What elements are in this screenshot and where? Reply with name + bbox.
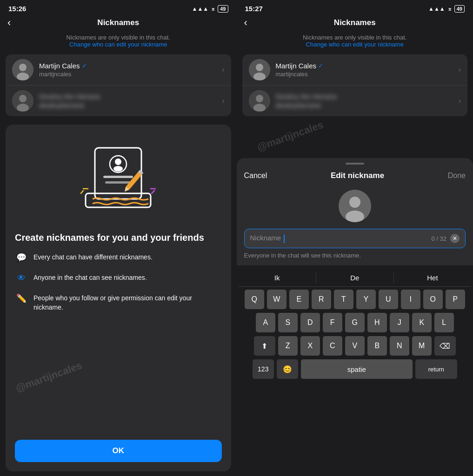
suggestion-de[interactable]: De <box>316 274 393 282</box>
key-k[interactable]: K <box>412 313 432 332</box>
key-space[interactable]: spatie <box>301 359 413 379</box>
key-return[interactable]: return <box>415 359 457 379</box>
clear-input-button[interactable]: ✕ <box>450 234 460 243</box>
key-u[interactable]: U <box>379 290 398 309</box>
key-e[interactable]: E <box>289 290 309 309</box>
left-subtitle-link[interactable]: Change who can edit your nickname <box>9 41 227 48</box>
chevron-icon-1: › <box>222 66 224 74</box>
right-contact-username-blurred: destinyheroine <box>276 101 459 109</box>
right-subtitle-link[interactable]: Change who can edit your nickname <box>246 41 464 48</box>
right-contact-row-2[interactable]: Destiny the Heroine destinyheroine › <box>242 86 468 116</box>
keyboard-row-1: Q W E R T Y U I O P <box>239 290 472 309</box>
left-page-title: Nicknames <box>97 18 139 27</box>
keyboard-suggestions: Ik De Het <box>239 269 472 287</box>
key-j[interactable]: J <box>390 313 409 332</box>
nickname-illustration <box>72 139 165 222</box>
right-panel: 15:27 ▲▲▲ ⌅ 49 ‹ Nicknames Nicknames are… <box>237 0 473 476</box>
key-p[interactable]: P <box>446 290 465 309</box>
key-delete[interactable]: ⌫ <box>434 336 456 356</box>
right-subtitle-main: Nicknames are only visible in this chat. <box>246 34 464 41</box>
svg-point-28 <box>346 211 364 222</box>
key-d[interactable]: D <box>300 313 320 332</box>
chevron-icon-2: › <box>222 97 224 105</box>
right-contact-row-1[interactable]: Martijn Cales ✓ martijncales › <box>242 54 468 86</box>
key-i[interactable]: I <box>401 290 420 309</box>
right-page-title: Nicknames <box>334 18 376 27</box>
left-back-button[interactable]: ‹ <box>7 17 11 29</box>
right-subtitle-area: Nicknames are only visible in this chat.… <box>237 32 473 54</box>
eye-icon: 👁 <box>15 271 28 284</box>
right-contact-name-blurred: Destiny the Heroine <box>276 93 459 100</box>
right-battery-indicator: 49 <box>454 5 465 13</box>
left-contact-list: Martijn Cales ✓ martijncales › Destiny t… <box>6 54 231 116</box>
key-v[interactable]: V <box>345 336 365 356</box>
suggestion-ik[interactable]: Ik <box>239 274 316 282</box>
key-s[interactable]: S <box>278 313 298 332</box>
left-time: 15:26 <box>8 5 26 13</box>
left-contact-row-2[interactable]: Destiny the Heroine destinyheroine › <box>6 86 231 116</box>
right-header: ‹ Nicknames <box>237 14 473 32</box>
svg-point-27 <box>349 197 360 208</box>
edit-nickname-sheet: Cancel Edit nickname Done Nickname 0 / 3… <box>237 158 473 476</box>
left-contact-row-1[interactable]: Martijn Cales ✓ martijncales › <box>6 54 231 86</box>
key-h[interactable]: H <box>367 313 387 332</box>
left-avatar-1 <box>12 59 33 80</box>
nickname-char-counter: 0 / 32 <box>431 235 446 242</box>
left-header: ‹ Nicknames <box>0 14 237 32</box>
right-chevron-2: › <box>459 97 461 105</box>
key-r[interactable]: R <box>312 290 331 309</box>
svg-point-1 <box>19 64 27 71</box>
left-feature-1: 💬 Every chat can have different nickname… <box>15 251 222 264</box>
left-contact-name-1: Martijn Cales ✓ <box>39 62 222 70</box>
right-watermark: @martijncales <box>255 119 325 154</box>
right-wifi-icon: ⌅ <box>447 6 452 12</box>
key-z[interactable]: Z <box>278 336 298 356</box>
key-x[interactable]: X <box>300 336 320 356</box>
svg-point-24 <box>256 95 263 102</box>
signal-icon: ▲▲▲ <box>192 6 209 12</box>
key-emoji[interactable]: 😊 <box>277 359 298 379</box>
key-numbers[interactable]: 123 <box>253 359 274 379</box>
right-contact-info-1: Martijn Cales ✓ martijncales <box>276 62 459 78</box>
right-status-bar: 15:27 ▲▲▲ ⌅ 49 <box>237 0 473 14</box>
right-back-button[interactable]: ‹ <box>244 17 247 29</box>
left-contact-info-2: Destiny the Heroine destinyheroine <box>39 93 222 109</box>
left-status-bar: 15:26 ▲▲▲ ⌅ 49 <box>0 0 237 14</box>
key-shift[interactable]: ⬆ <box>254 336 275 356</box>
left-contact-username-blurred: destinyheroine <box>39 101 222 109</box>
suggestion-het[interactable]: Het <box>394 274 471 282</box>
svg-point-4 <box>19 95 27 102</box>
wifi-icon: ⌅ <box>211 6 215 12</box>
key-q[interactable]: Q <box>245 290 264 309</box>
keyboard-row-2: A S D F G H J K L <box>239 313 472 332</box>
left-feature-text-2: Anyone in the chat can see nicknames. <box>33 271 147 283</box>
keyboard: Ik De Het Q W E R T Y U I O P A <box>237 265 473 476</box>
key-l[interactable]: L <box>434 313 454 332</box>
svg-line-17 <box>81 191 83 193</box>
sheet-done-button[interactable]: Done <box>448 172 466 180</box>
svg-point-21 <box>256 64 263 71</box>
key-y[interactable]: Y <box>356 290 376 309</box>
key-b[interactable]: B <box>367 336 387 356</box>
right-contact-list: Martijn Cales ✓ martijncales › Destiny t… <box>242 54 468 116</box>
key-a[interactable]: A <box>256 313 275 332</box>
ok-button[interactable]: OK <box>15 440 222 462</box>
text-cursor <box>284 235 285 243</box>
sheet-avatar-area <box>237 185 473 229</box>
right-avatar-2 <box>249 90 270 112</box>
key-o[interactable]: O <box>423 290 443 309</box>
left-panel: 15:26 ▲▲▲ ⌅ 49 ‹ Nicknames Nicknames are… <box>0 0 237 476</box>
left-contact-name-blurred: Destiny the Heroine <box>39 93 222 100</box>
key-n[interactable]: N <box>390 336 409 356</box>
sheet-cancel-button[interactable]: Cancel <box>244 172 267 180</box>
key-t[interactable]: T <box>334 290 353 309</box>
key-f[interactable]: F <box>323 313 342 332</box>
key-g[interactable]: G <box>345 313 365 332</box>
keyboard-row-3: ⬆ Z X C V B N M ⌫ <box>239 336 472 356</box>
svg-rect-11 <box>105 181 131 184</box>
key-w[interactable]: W <box>267 290 286 309</box>
left-avatar-2 <box>12 90 33 112</box>
pencil-icon: ✏️ <box>15 292 28 305</box>
key-c[interactable]: C <box>323 336 342 356</box>
key-m[interactable]: M <box>412 336 432 356</box>
